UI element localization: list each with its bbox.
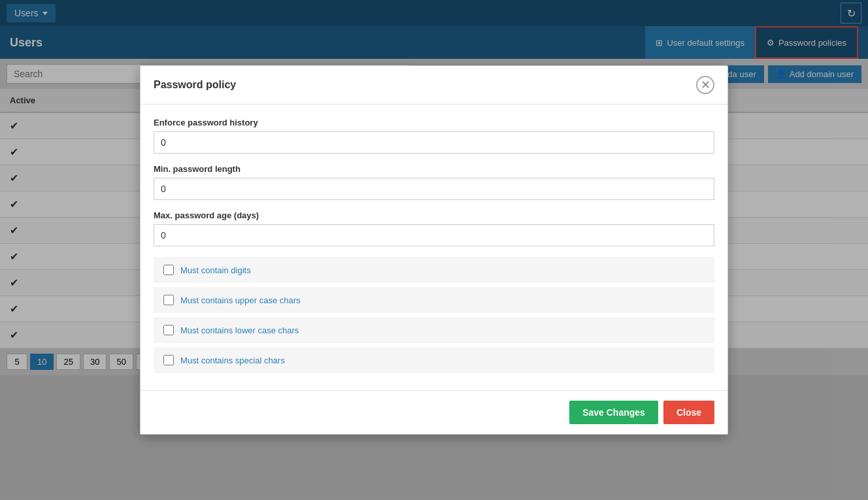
- enforce-history-group: Enforce password history: [154, 118, 714, 154]
- checkbox-group-3: Must contains special chars: [154, 347, 714, 373]
- modal-close-button[interactable]: ✕: [696, 76, 714, 94]
- checkbox-group-0: Must contain digits: [154, 257, 714, 283]
- modal-header: Password policy ✕: [141, 66, 727, 105]
- checkbox-2[interactable]: [163, 325, 174, 335]
- max-age-input[interactable]: [154, 224, 714, 246]
- checkbox-1[interactable]: [163, 295, 174, 305]
- min-length-group: Min. password length: [154, 164, 714, 200]
- password-policy-modal: Password policy ✕ Enforce password histo…: [140, 65, 728, 375]
- max-age-group: Max. password age (days): [154, 210, 714, 246]
- max-age-label: Max. password age (days): [154, 210, 714, 220]
- checkbox-label-2[interactable]: Must contains lower case chars: [180, 325, 299, 335]
- enforce-history-label: Enforce password history: [154, 118, 714, 127]
- close-icon: ✕: [701, 78, 710, 92]
- min-length-input[interactable]: [154, 178, 714, 200]
- min-length-label: Min. password length: [154, 164, 714, 174]
- enforce-history-input[interactable]: [154, 131, 714, 154]
- checkbox-label-1[interactable]: Must contains upper case chars: [180, 295, 301, 305]
- modal-overlay: Password policy ✕ Enforce password histo…: [0, 0, 868, 375]
- checkbox-3[interactable]: [163, 355, 174, 365]
- checkbox-0[interactable]: [163, 265, 174, 275]
- checkbox-label-0[interactable]: Must contain digits: [180, 265, 251, 275]
- modal-title: Password policy: [154, 79, 236, 91]
- modal-body: Enforce password history Min. password l…: [141, 105, 727, 375]
- checkbox-group-1: Must contains upper case chars: [154, 287, 714, 313]
- checkbox-label-3[interactable]: Must contains special chars: [180, 356, 285, 365]
- checkbox-group-2: Must contains lower case chars: [154, 317, 714, 343]
